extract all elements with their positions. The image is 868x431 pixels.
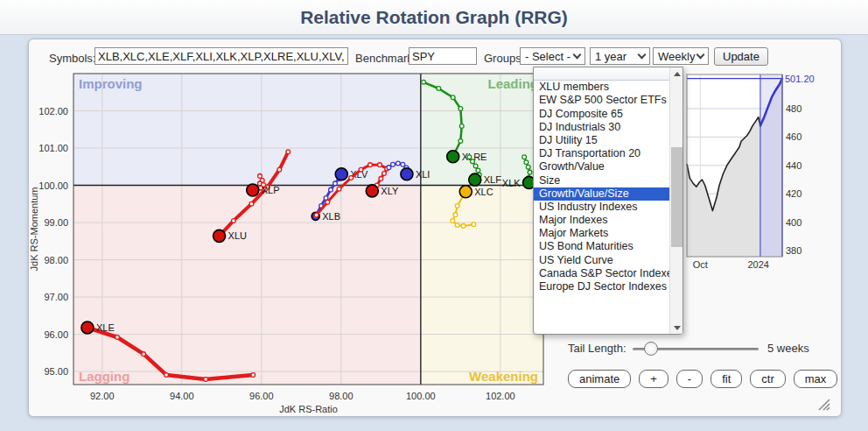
symbols-input[interactable] xyxy=(94,47,348,65)
quadrant-lagging xyxy=(74,186,421,385)
svg-text:101.00: 101.00 xyxy=(38,143,68,153)
chevron-down-icon xyxy=(573,50,582,59)
svg-text:92.00: 92.00 xyxy=(90,391,115,401)
marker-XLF[interactable] xyxy=(469,173,481,186)
label-XLI: XLI xyxy=(416,169,430,180)
slider-handle[interactable] xyxy=(644,342,658,356)
marker-XLRE[interactable] xyxy=(447,151,459,163)
dropdown-option[interactable]: DJ Industrials 30 xyxy=(534,121,669,134)
label-XLE: XLE xyxy=(96,322,115,333)
label-XLB: XLB xyxy=(322,211,340,222)
label-XLP: XLP xyxy=(262,185,280,195)
period-select[interactable]: 1 year xyxy=(590,47,650,65)
animate-button[interactable]: animate xyxy=(568,370,631,388)
svg-text:99.00: 99.00 xyxy=(44,217,68,228)
dropdown-option[interactable]: XLU members xyxy=(534,81,669,94)
chart-controls: animate+-fitctrmax xyxy=(568,370,837,388)
dropdown-option[interactable]: Major Indexes xyxy=(534,214,669,227)
svg-text:100.00: 100.00 xyxy=(406,391,436,401)
frequency-select-value: Weekly xyxy=(658,50,695,63)
marker-XLP[interactable] xyxy=(247,184,259,196)
groups-select[interactable]: - Select - xyxy=(520,47,585,65)
marker-XLC[interactable] xyxy=(459,186,472,198)
scroll-down-icon[interactable] xyxy=(670,321,683,334)
maximize-button[interactable]: max xyxy=(794,370,838,388)
zoom-in-button[interactable]: + xyxy=(639,370,668,388)
groups-label: Groups: xyxy=(484,52,524,65)
svg-text:98.00: 98.00 xyxy=(329,391,354,401)
page: { "header": { "title": "Relative Rotatio… xyxy=(0,0,868,431)
svg-text:96.00: 96.00 xyxy=(44,329,68,340)
period-select-value: 1 year xyxy=(595,50,626,63)
svg-text:102.00: 102.00 xyxy=(38,106,68,117)
title-bar: Relative Rotation Graph (RRG) xyxy=(0,0,868,35)
quadrant-label-improving: Improving xyxy=(79,76,143,91)
svg-text:95.00: 95.00 xyxy=(44,366,68,377)
tail-length-value: 5 weeks xyxy=(767,342,809,355)
center-button[interactable]: ctr xyxy=(750,370,785,388)
svg-text:480: 480 xyxy=(786,103,802,114)
symbols-label: Symbols: xyxy=(49,52,95,65)
marker-XLE[interactable] xyxy=(81,321,94,334)
svg-text:2024: 2024 xyxy=(748,259,769,270)
y-axis-title: JdK RS-Momentum xyxy=(29,187,39,272)
dropdown-option[interactable]: Europe DJ Sector Indexes xyxy=(534,280,669,293)
label-XLU: XLU xyxy=(228,230,247,241)
groups-dropdown-list: XLK membersXLU membersEW S&P 500 Sector … xyxy=(533,67,683,335)
dropdown-option[interactable]: US Yield Curve xyxy=(534,254,669,267)
svg-text:460: 460 xyxy=(786,131,802,142)
dropdown-option[interactable]: Size xyxy=(534,174,669,187)
dropdown-option[interactable]: US Bond Maturities xyxy=(534,240,669,253)
svg-text:96.00: 96.00 xyxy=(249,391,274,401)
fit-button[interactable]: fit xyxy=(710,370,742,388)
svg-text:98.00: 98.00 xyxy=(44,255,68,265)
dropdown-options: XLK membersXLU membersEW S&P 500 Sector … xyxy=(534,67,669,293)
tail-length-slider[interactable] xyxy=(633,348,759,350)
scroll-up-icon[interactable] xyxy=(670,67,683,80)
label-XLF: XLF xyxy=(484,174,501,185)
rrg-widget-panel: Symbols: Benchmark: Groups: - Select - 1… xyxy=(28,39,842,417)
svg-text:94.00: 94.00 xyxy=(170,391,194,401)
dropdown-option[interactable]: EW S&P 500 Sector ETFs xyxy=(534,94,669,107)
rrg-chart: ImprovingLeadingLaggingWeakeningXLEXLUXL… xyxy=(27,69,563,418)
dropdown-option[interactable]: US Industry Indexes xyxy=(534,201,669,214)
marker-XLY[interactable] xyxy=(366,185,378,197)
tail-length-label: Tail Length: xyxy=(568,342,626,355)
label-XLY: XLY xyxy=(381,186,399,196)
dropdown-option[interactable]: DJ Transportation 20 xyxy=(534,147,669,160)
marker-XLV[interactable] xyxy=(335,168,347,180)
dropdown-option[interactable]: Growth/Value xyxy=(534,160,669,173)
quadrant-label-lagging: Lagging xyxy=(79,369,130,384)
dropdown-option[interactable]: DJ Utility 15 xyxy=(534,134,669,147)
svg-text:420: 420 xyxy=(786,188,802,199)
quadrant-weakening xyxy=(421,186,543,385)
dropdown-group-header: EUROPE xyxy=(534,67,683,81)
x-axis-title: JdK RS-Ratio xyxy=(279,404,338,414)
label-XLK: XLK xyxy=(502,178,521,188)
svg-text:380: 380 xyxy=(786,245,802,256)
benchmark-price-chart: 501.20380400420440460480Oct2024 xyxy=(682,69,816,271)
resize-handle-icon[interactable] xyxy=(815,397,832,411)
dropdown-option[interactable]: Major Markets xyxy=(534,227,669,240)
dropdown-option[interactable]: Growth/Value/Size xyxy=(534,187,669,201)
dropdown-scrollbar[interactable] xyxy=(669,67,682,334)
highlight-band xyxy=(760,74,782,257)
dropdown-option[interactable]: DJ Composite 65 xyxy=(534,108,669,121)
last-price-label: 501.20 xyxy=(785,74,815,84)
page-title: Relative Rotation Graph (RRG) xyxy=(300,7,568,28)
svg-text:102.00: 102.00 xyxy=(486,391,515,401)
marker-XLU[interactable] xyxy=(214,230,226,242)
update-button[interactable]: Update xyxy=(714,47,768,66)
zoom-out-button[interactable]: - xyxy=(676,370,703,388)
svg-text:100.00: 100.00 xyxy=(38,180,68,191)
chevron-down-icon xyxy=(638,50,647,59)
frequency-select[interactable]: Weekly xyxy=(653,47,709,65)
dropdown-option[interactable]: Canada S&P Sector Indexes xyxy=(534,267,669,280)
groups-select-value: - Select - xyxy=(525,50,570,63)
quadrant-label-leading: Leading xyxy=(487,76,538,91)
benchmark-input[interactable] xyxy=(409,47,477,65)
chevron-down-icon xyxy=(696,50,705,59)
marker-XLI[interactable] xyxy=(401,168,413,180)
label-XLC: XLC xyxy=(474,187,493,197)
scrollbar-thumb[interactable] xyxy=(671,147,682,247)
